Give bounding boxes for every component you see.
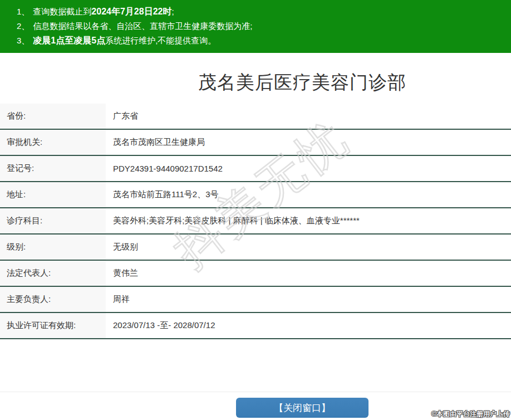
table-row-province: 省份: 广东省: [0, 104, 511, 130]
table-row-medical-subjects: 诊疗科目: 美容外科;美容牙科;美容皮肤科 | 麻醉科 | 临床体液、血液专业*…: [0, 208, 511, 235]
notice-text-bold: 2024年7月28日22时: [91, 7, 171, 16]
row-label: 登记号:: [0, 156, 106, 181]
record-table: 省份: 广东省 审批机关: 茂名市茂南区卫生健康局 登记号: PDY24391-…: [0, 104, 511, 339]
copyright-watermark: ©本图由平台注册用户上传: [431, 409, 510, 419]
notice-text: ;: [171, 7, 174, 16]
notice-text: 查询数据截止到: [33, 7, 91, 16]
notice-text: 信息数据结果以各省、自治区、直辖市卫生健康委数据为准;: [33, 21, 252, 31]
table-row-level: 级别: 无级别: [0, 235, 511, 261]
row-value: 美容外科;美容牙科;美容皮肤科 | 麻醉科 | 临床体液、血液专业******: [106, 208, 360, 233]
footer-divider: [0, 392, 511, 392]
row-label: 级别:: [0, 235, 106, 260]
row-value: 茂名市茂南区卫生健康局: [106, 130, 205, 155]
notice-item-2: 2、信息数据结果以各省、自治区、直辖市卫生健康委数据为准;: [17, 19, 505, 33]
row-label: 法定代表人:: [0, 261, 106, 286]
notice-number: 1、: [17, 7, 30, 16]
row-label: 执业许可证有效期:: [0, 313, 106, 338]
row-label: 地址:: [0, 182, 106, 207]
row-label: 主要负责人:: [0, 287, 106, 312]
table-row-legal-representative: 法定代表人: 黄伟兰: [0, 261, 511, 287]
page-title: 茂名美后医疗美容门诊部: [94, 71, 511, 94]
row-label: 诊疗科目:: [0, 208, 106, 233]
table-row-address: 地址: 茂名市站前五路111号2、3号: [0, 182, 511, 208]
row-label: 审批机关:: [0, 130, 106, 155]
notice-text: 系统进行维护,不能提供查询。: [105, 36, 216, 45]
row-label: 省份:: [0, 104, 106, 129]
table-row-approval-authority: 审批机关: 茂名市茂南区卫生健康局: [0, 130, 511, 156]
table-row-license-validity: 执业许可证有效期: 2023/07/13 -至- 2028/07/12: [0, 313, 511, 339]
row-value: PDY24391-944090217D1542: [106, 156, 223, 181]
notice-number: 3、: [17, 36, 30, 45]
row-value: 广东省: [106, 104, 138, 129]
notice-number: 2、: [17, 21, 30, 31]
notice-bar: 1、查询数据截止到2024年7月28日22时; 2、信息数据结果以各省、自治区、…: [0, 0, 511, 53]
row-value: 无级别: [106, 235, 138, 260]
table-row-registration-number: 登记号: PDY24391-944090217D1542: [0, 156, 511, 182]
row-value: 茂名市站前五路111号2、3号: [106, 182, 219, 207]
close-window-button[interactable]: 【关闭窗口】: [236, 398, 368, 418]
row-value: 黄伟兰: [106, 261, 138, 286]
row-value: 2023/07/13 -至- 2028/07/12: [106, 313, 215, 338]
row-value: 周祥: [106, 287, 130, 312]
notice-item-1: 1、查询数据截止到2024年7月28日22时;: [17, 4, 505, 19]
notice-item-3: 3、凌晨1点至凌晨5点系统进行维护,不能提供查询。: [17, 33, 505, 48]
notice-text-bold: 凌晨1点至凌晨5点: [33, 36, 105, 45]
table-row-principal: 主要负责人: 周祥: [0, 287, 511, 313]
